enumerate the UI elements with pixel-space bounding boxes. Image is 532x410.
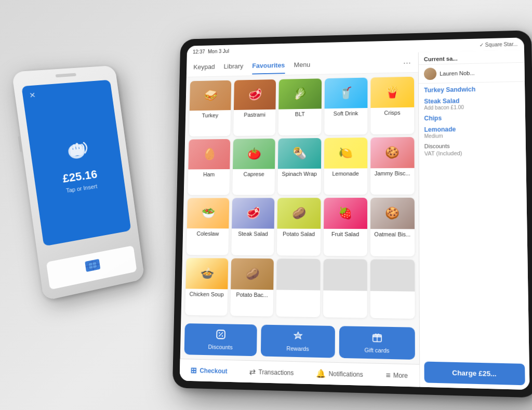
grid-item-caprese[interactable]: 🍅 Caprese [232,138,275,195]
reader-amount: £25.16 [62,168,98,186]
food-label-blt: BLT [294,109,306,119]
food-img-lemonade: 🍋 [324,138,367,169]
customer-avatar [424,67,436,80]
grid-item-jammybiscuits[interactable]: 🍪 Jammy Bisc... [370,137,415,195]
nav-notifications[interactable]: 🔔 Notifications [316,368,363,379]
grid-item-potatosalad[interactable]: 🥔 Potato Salad [277,198,321,255]
reader-screen: ✕ £25.16 Tap or Insert [21,80,131,247]
tap-icon [57,128,95,167]
tab-menu[interactable]: Menu [294,61,311,74]
rewards-label: Rewards [286,345,309,352]
customer-row: Lauren Nob... [419,63,525,84]
food-img-spinachwrap: 🌯 [278,138,321,168]
discounts-button[interactable]: Discounts [184,323,257,356]
food-label-potatobacon: Potato Bac... [235,289,269,300]
discounts-icon [216,329,226,342]
food-empty-empty2 [323,258,367,291]
sale-vat-label: VAT (Included) [424,149,521,157]
giftcards-button[interactable]: Gift cards [339,326,415,360]
transactions-icon: ⇄ [249,367,256,377]
tablet-body: 12:37 Mon 3 Jul ✓ Square Star... Keypad … [172,30,532,398]
grid-item-pastrami[interactable]: 🥩 Pastrami [233,79,276,135]
status-date: Mon 3 Jul [208,48,229,54]
rewards-button[interactable]: Rewards [261,325,335,358]
tablet: 12:37 Mon 3 Jul ✓ Square Star... Keypad … [171,31,530,389]
tab-favourites[interactable]: Favourites [252,61,285,74]
main-area: Keypad Library Favourites Menu ··· 🥪 Tur… [180,50,530,390]
notifications-label: Notifications [328,370,363,378]
food-img-chickensoup: 🍲 [185,258,228,289]
food-label-ham: Ham [202,169,216,180]
more-options-icon[interactable]: ··· [403,58,411,73]
food-label-potatosalad: Potato Salad [282,229,316,239]
nav-checkout[interactable]: ⊞ Checkout [191,365,228,376]
grid-item-spinachwrap[interactable]: 🌯 Spinach Wrap [278,138,321,195]
square-brand: ✓ Square Star... [480,41,518,48]
grid-item-turkey[interactable]: 🥪 Turkey [189,80,232,136]
grid-item-potatobacon[interactable]: 🥔 Potato Bac... [230,258,274,317]
food-img-caprese: 🍅 [233,138,275,169]
chip-icon [83,256,103,278]
grid-item-empty3[interactable] [370,259,415,319]
grid-item-fruitsalad[interactable]: 🍓 Fruit Salad [323,198,367,256]
sale-item-steak-salad[interactable]: Steak Salad Add bacon £1.00 [424,97,520,111]
grid-item-coleslaw[interactable]: 🥗 Coleslaw [187,198,230,255]
reader-speaker [56,73,76,78]
action-bar: Discounts Rewards [180,319,420,364]
status-time: 12:37 [193,49,205,54]
sale-item-turkey-sandwich[interactable]: Turkey Sandwich [424,85,520,94]
reader-close-icon: ✕ [29,91,36,100]
grid-item-chickensoup[interactable]: 🍲 Chicken Soup [185,258,228,316]
grid-item-blt[interactable]: 🥬 BLT [278,78,322,135]
grid-item-softdrink[interactable]: 🥤 Soft Drink [324,78,367,135]
grid-item-ham[interactable]: 🥚 Ham [188,139,230,195]
rewards-icon [292,331,303,344]
sale-item-sub: Add bacon £1.00 [424,104,520,111]
transactions-label: Transactions [258,368,294,376]
notifications-icon: 🔔 [316,368,326,378]
food-img-ham: 🥚 [188,139,230,169]
food-label-softdrink: Soft Drink [332,108,360,118]
food-img-coleslaw: 🥗 [187,198,230,229]
food-label-chickensoup: Chicken Soup [189,289,225,299]
card-reader: ✕ £25.16 Tap or Insert [29,67,132,291]
tablet-screen: 12:37 Mon 3 Jul ✓ Square Star... Keypad … [180,37,530,390]
food-label-spinachwrap: Spinach Wrap [281,168,318,179]
bottom-nav: ⊞ Checkout ⇄ Transactions 🔔 Notification… [180,359,420,387]
food-img-potatosalad: 🥔 [277,198,321,229]
sale-discounts-label: Discounts [424,142,521,149]
current-sale-label: Current sa... [424,56,458,62]
charge-button[interactable]: Charge £25... [424,362,525,386]
tab-library[interactable]: Library [223,62,243,75]
food-img-turkey: 🥪 [190,80,232,111]
grid-item-oatmealbiscuits[interactable]: 🍪 Oatmeal Bis... [370,198,415,256]
svg-point-14 [221,335,222,336]
sale-item-chips[interactable]: Chips [424,114,520,122]
sale-item-lemonade[interactable]: Lemonade Medium [424,125,520,139]
grid-item-crisps[interactable]: 🍟 Crisps [370,77,414,134]
more-icon: ≡ [386,371,391,380]
food-img-oatmealbiscuits: 🍪 [370,198,415,229]
food-label-steaksalad: Steak Salad [237,228,269,239]
nav-more[interactable]: ≡ More [386,371,408,380]
food-img-blt: 🥬 [279,78,322,109]
sale-item-name: Turkey Sandwich [424,85,520,94]
food-label-oatmealbiscuits: Oatmeal Bis... [373,229,411,239]
tab-keypad[interactable]: Keypad [193,63,215,76]
discounts-label: Discounts [208,344,233,350]
more-label: More [393,372,408,379]
food-img-potatobacon: 🥔 [231,258,274,290]
grid-item-empty2[interactable] [323,258,367,318]
grid-item-lemonade[interactable]: 🍋 Lemonade [324,138,367,195]
grid-item-empty1[interactable] [276,258,320,317]
food-label-fruitsalad: Fruit Salad [330,229,360,239]
nav-transactions[interactable]: ⇄ Transactions [249,367,294,378]
food-empty-empty1 [276,258,320,290]
svg-point-13 [219,332,220,333]
grid-item-steaksalad[interactable]: 🥩 Steak Salad [231,198,274,255]
food-img-pastrami: 🥩 [234,79,276,110]
sale-item-sub: Medium [424,132,521,139]
checkout-icon: ⊞ [191,365,197,375]
food-label-crisps: Crisps [383,107,401,118]
food-img-softdrink: 🥤 [324,78,367,109]
